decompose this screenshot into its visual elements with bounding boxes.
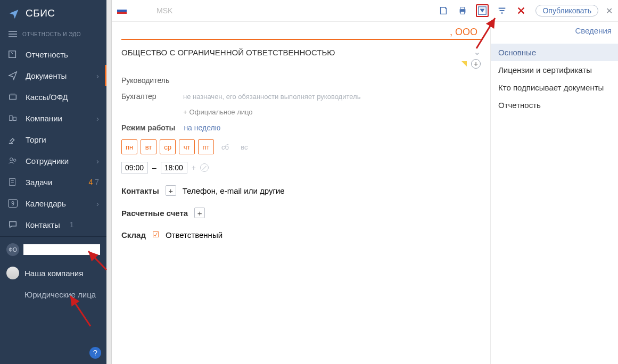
help-button[interactable]: ? — [89, 347, 101, 359]
side-item-reports[interactable]: Отчетность — [491, 96, 618, 114]
badge-total: 7 — [95, 178, 99, 186]
send-down-icon[interactable] — [476, 4, 489, 17]
avatar: ФО — [6, 243, 19, 256]
badge-count: 1 — [70, 220, 74, 229]
svg-rect-1 — [10, 95, 17, 99]
delete-icon[interactable] — [515, 5, 527, 16]
manager-label: Руководитель — [121, 76, 175, 85]
label: Торги — [26, 135, 46, 144]
flag-ru-icon — [117, 7, 127, 14]
chevron-right-icon: › — [96, 156, 99, 166]
label: Сотрудники — [26, 156, 69, 166]
gavel-icon — [7, 134, 18, 145]
add-contact-button[interactable]: + — [166, 185, 176, 196]
chevron-right-icon: › — [96, 71, 99, 80]
contacts-row: Контакты + Телефон, e-mail или другие — [121, 185, 481, 196]
close-icon[interactable]: ✕ — [606, 6, 613, 16]
sidebar-item-reports[interactable]: Отчетность — [0, 44, 106, 65]
sidebar-item-employees[interactable]: Сотрудники › — [0, 150, 106, 171]
accounts-label: Расчетные счета — [121, 209, 188, 218]
sidebar-item-contacts[interactable]: Контакты 1 — [0, 214, 106, 235]
active-mark — [105, 65, 106, 86]
app-subtitle: ОТЧЕТНОСТЬ И ЭДО — [22, 31, 81, 37]
cashbox-icon — [7, 92, 18, 102]
weekday-selector: пн вт ср чт пт сб вс — [121, 139, 481, 154]
chevron-right-icon: › — [96, 114, 99, 123]
day-sun[interactable]: вс — [236, 139, 252, 154]
sidebar-item-torgi[interactable]: Торги — [0, 129, 106, 150]
tasks-icon — [7, 177, 18, 187]
vertical-strip — [106, 0, 112, 364]
day-fri[interactable]: пт — [198, 139, 214, 154]
label: Документы — [26, 71, 67, 80]
day-wed[interactable]: ср — [160, 139, 176, 154]
label: Кассы/ОФД — [26, 93, 68, 102]
schedule-label: Режим работы — [121, 123, 175, 132]
day-sat[interactable]: сб — [217, 139, 233, 154]
legal-form-row[interactable]: ОБЩЕСТВО С ОГРАНИЧЕННОЙ ОТВЕТСТВЕННОСТЬЮ… — [121, 47, 481, 57]
main-panel: MSK Опубликовать ✕ , ООО ОБЩЕСТВО С ОГРА… — [112, 0, 618, 364]
add-official-button[interactable]: Официальное лицо — [183, 108, 481, 116]
sidebar-item-companies[interactable]: Компании › — [0, 107, 106, 129]
side-item-main[interactable]: Основные — [491, 44, 618, 61]
user-name-field — [23, 244, 100, 255]
label: Юридические лица — [24, 290, 96, 299]
time-from-input[interactable]: 09:00 — [121, 162, 148, 173]
sidebar: СБИС ОТЧЕТНОСТЬ И ЭДО Отчетность Докумен… — [0, 0, 106, 364]
check-icon[interactable]: ☑ — [152, 230, 159, 239]
svg-point-5 — [13, 159, 16, 162]
chevron-down-icon: ⌄ — [474, 47, 481, 57]
disable-icon[interactable] — [200, 163, 209, 172]
contacts-hint: Телефон, e-mail или другие — [183, 186, 285, 195]
label: Календарь — [26, 199, 66, 208]
svg-rect-2 — [10, 116, 12, 121]
note-icon[interactable] — [438, 5, 449, 16]
day-thu[interactable]: чт — [179, 139, 195, 154]
side-tab[interactable]: Сведения — [491, 22, 618, 40]
form-area: , ООО ОБЩЕСТВО С ОГРАНИЧЕННОЙ ОТВЕТСТВЕН… — [112, 22, 490, 364]
filter-icon[interactable] — [496, 5, 508, 16]
label: Наша компания — [24, 269, 83, 278]
app-subtitle-row[interactable]: ОТЧЕТНОСТЬ И ЭДО — [0, 27, 106, 44]
send-icon — [7, 70, 18, 81]
svg-rect-8 — [461, 7, 465, 10]
side-item-licenses[interactable]: Лицензии и сертификаты — [491, 61, 618, 79]
add-account-button[interactable]: + — [194, 208, 205, 218]
sidebar-item-tasks[interactable]: Задачи 47 — [0, 171, 106, 193]
chat-icon — [7, 219, 18, 230]
company-title[interactable]: , ООО — [121, 25, 481, 40]
publish-button[interactable]: Опубликовать — [535, 5, 598, 16]
svg-rect-0 — [9, 51, 16, 58]
bird-icon — [9, 8, 19, 19]
timezone-label: MSK — [156, 6, 172, 15]
sidebar-item-calendar[interactable]: 9 Календарь › — [0, 193, 106, 214]
svg-point-4 — [10, 158, 13, 161]
add-button[interactable]: + — [471, 59, 481, 69]
side-item-signers[interactable]: Кто подписывает документы — [491, 79, 618, 96]
app-title: СБИС — [26, 7, 55, 19]
legal-full: ОБЩЕСТВО С ОГРАНИЧЕННОЙ ОТВЕТСТВЕННОСТЬЮ — [121, 48, 335, 57]
app-logo[interactable]: СБИС — [0, 0, 106, 27]
svg-rect-6 — [10, 179, 15, 186]
print-icon[interactable] — [457, 5, 468, 16]
label: Задачи — [26, 178, 52, 187]
day-mon[interactable]: пн — [121, 139, 137, 154]
report-icon — [7, 49, 18, 60]
label: Отчетность — [26, 50, 68, 59]
time-to-input[interactable]: 18:00 — [161, 162, 187, 173]
sidebar-item-kassy[interactable]: Кассы/ОФД — [0, 86, 106, 107]
current-user[interactable]: ФО — [0, 238, 106, 261]
label: Компании — [26, 114, 62, 123]
accountant-hint: не назначен, его обязанности выполняет р… — [183, 93, 360, 101]
time-range: 09:00 – 18:00 + — [121, 162, 481, 173]
sidebar-item-our-company[interactable]: Наша компания — [0, 261, 106, 285]
sidebar-item-documents[interactable]: Документы › — [0, 65, 106, 86]
accountant-row: Бухгалтер не назначен, его обязанности в… — [121, 92, 481, 101]
label: Контакты — [26, 220, 60, 229]
svg-rect-9 — [461, 12, 465, 14]
day-tue[interactable]: вт — [141, 139, 156, 154]
sidebar-item-legal-entities[interactable]: Юридические лица — [0, 285, 106, 304]
contacts-label: Контакты — [121, 186, 159, 195]
add-time-icon[interactable]: + — [192, 163, 196, 172]
schedule-link[interactable]: на неделю — [184, 123, 220, 132]
